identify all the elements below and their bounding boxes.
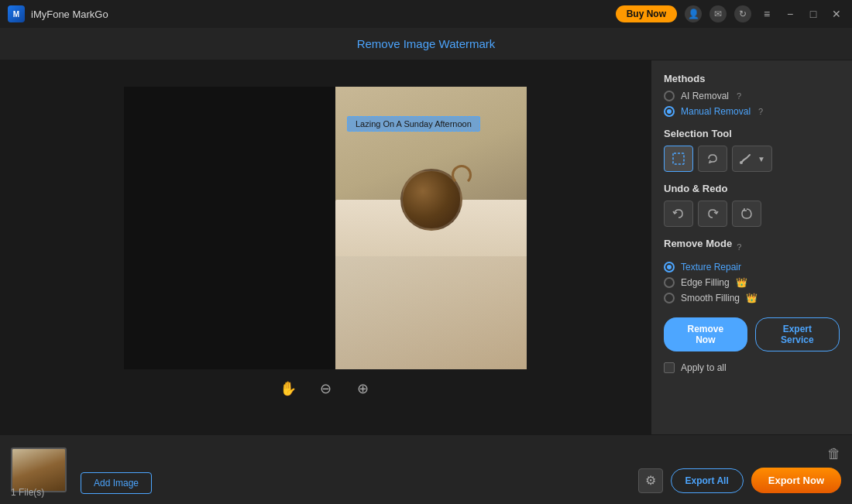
redo-icon (706, 207, 720, 221)
manual-removal-radio[interactable] (664, 106, 675, 117)
file-count: 1 File(s) (11, 487, 44, 498)
thumbnail-image (12, 449, 65, 491)
texture-repair-option[interactable]: Texture Repair (664, 262, 840, 273)
methods-title: Methods (664, 73, 840, 84)
smooth-filling-option[interactable]: Smooth Filling 👑 (664, 293, 840, 303)
refresh-icon[interactable]: ↻ (734, 5, 751, 22)
canvas-area: Lazing On A Sunday Afternoon ✋ ⊖ ⊕ (0, 60, 651, 434)
image-container: Lazing On A Sunday Afternoon (124, 87, 527, 369)
selection-tool-group: ▼ (664, 146, 840, 172)
edge-filling-radio[interactable] (664, 277, 675, 288)
export-now-button[interactable]: Export Now (751, 468, 841, 493)
page-title: Remove Image Watermark (357, 37, 496, 50)
file-thumbnail[interactable] (11, 447, 67, 492)
app-logo: M (8, 5, 25, 22)
selection-tool-title: Selection Tool (664, 128, 840, 139)
lasso-icon (706, 152, 720, 166)
brush-icon (739, 152, 756, 166)
apply-to-all-row: Apply to all (664, 362, 840, 373)
lasso-tool[interactable] (698, 146, 727, 172)
remove-now-button[interactable]: Remove Now (664, 317, 747, 351)
minimize-button[interactable]: − (782, 6, 798, 22)
texture-repair-radio[interactable] (664, 262, 675, 273)
app-name: iMyFone MarkGo (31, 9, 108, 20)
undo-redo-title: Undo & Redo (664, 183, 840, 194)
spacer (77, 452, 152, 468)
action-buttons-row: Remove Now Expert Service (664, 317, 840, 351)
undo-icon (672, 207, 685, 221)
headerbar: ⌂ Remove Image Watermark (0, 28, 852, 60)
pan-tool[interactable]: ✋ (277, 377, 300, 400)
ai-removal-option[interactable]: AI Removal ? (664, 91, 840, 101)
manual-help-icon[interactable]: ? (758, 107, 763, 116)
undo-redo-group (664, 201, 840, 227)
apply-to-all-checkbox[interactable] (664, 362, 675, 373)
account-icon[interactable]: 👤 (685, 5, 702, 22)
export-all-button[interactable]: Export All (671, 468, 744, 493)
ai-removal-label: AI Removal (681, 91, 729, 101)
zoom-in-tool[interactable]: ⊕ (351, 377, 374, 400)
smooth-filling-radio[interactable] (664, 293, 675, 303)
manual-removal-label: Manual Removal (681, 106, 751, 117)
bottom-bar: Add Image 1 File(s) 🗑 ⚙ Export All Expor… (0, 434, 852, 504)
selection-tool-section: Selection Tool (664, 128, 840, 172)
svg-rect-0 (673, 153, 684, 164)
zoom-out-tool[interactable]: ⊖ (314, 377, 337, 400)
svg-point-1 (740, 161, 743, 164)
expert-service-button[interactable]: Expert Service (755, 317, 840, 351)
remove-mode-help-icon[interactable]: ? (737, 242, 741, 252)
brush-tool[interactable]: ▼ (732, 146, 772, 172)
watermark-label[interactable]: Lazing On A Sunday Afternoon (347, 116, 480, 132)
smooth-filling-crown: 👑 (746, 293, 758, 303)
bottom-right-buttons: ⚙ Export All Export Now (638, 468, 841, 493)
rect-select-tool[interactable] (664, 146, 693, 172)
image-left-bg (124, 87, 336, 369)
ai-help-icon[interactable]: ? (737, 91, 741, 101)
redo-button[interactable] (698, 201, 727, 227)
edge-filling-label: Edge Filling (681, 277, 730, 288)
remove-mode-radio-group: Texture Repair Edge Filling 👑 Smooth Fil… (664, 262, 840, 303)
delete-button[interactable]: 🗑 (827, 446, 841, 462)
methods-radio-group: AI Removal ? Manual Removal ? (664, 91, 840, 117)
main-content: Lazing On A Sunday Afternoon ✋ ⊖ ⊕ Metho… (0, 60, 852, 434)
right-panel: Methods AI Removal ? Manual Removal ? Se… (651, 60, 852, 434)
add-image-button[interactable]: Add Image (81, 472, 152, 494)
settings-button[interactable]: ⚙ (638, 468, 663, 493)
apply-to-all-label: Apply to all (681, 362, 727, 373)
bottom-left: Add Image (77, 452, 152, 494)
edge-filling-crown: 👑 (736, 277, 747, 288)
reset-icon (740, 207, 754, 221)
titlebar: M iMyFone MarkGo Buy Now 👤 ✉ ↻ ≡ − □ ✕ (0, 0, 852, 28)
titlebar-right: Buy Now 👤 ✉ ↻ ≡ − □ ✕ (616, 5, 844, 22)
reset-button[interactable] (732, 201, 761, 227)
smooth-filling-label: Smooth Filling (681, 293, 740, 303)
mail-icon[interactable]: ✉ (709, 5, 727, 22)
canvas-toolbar: ✋ ⊖ ⊕ (277, 369, 374, 408)
undo-redo-section: Undo & Redo (664, 183, 840, 227)
photo-cup (400, 169, 462, 231)
edge-filling-option[interactable]: Edge Filling 👑 (664, 277, 840, 288)
ai-removal-radio[interactable] (664, 91, 675, 101)
rect-icon (672, 152, 685, 166)
menu-icon[interactable]: ≡ (759, 6, 775, 22)
undo-button[interactable] (664, 201, 693, 227)
methods-section: Methods AI Removal ? Manual Removal ? (664, 73, 840, 117)
remove-mode-section: Remove Mode ? Texture Repair Edge Fillin… (664, 238, 840, 303)
close-button[interactable]: ✕ (829, 6, 844, 22)
maximize-button[interactable]: □ (806, 6, 821, 22)
titlebar-left: M iMyFone MarkGo (8, 5, 108, 22)
remove-mode-title: Remove Mode (664, 238, 732, 249)
buy-now-button[interactable]: Buy Now (616, 5, 677, 22)
texture-repair-label: Texture Repair (681, 262, 741, 273)
manual-removal-option[interactable]: Manual Removal ? (664, 106, 840, 117)
